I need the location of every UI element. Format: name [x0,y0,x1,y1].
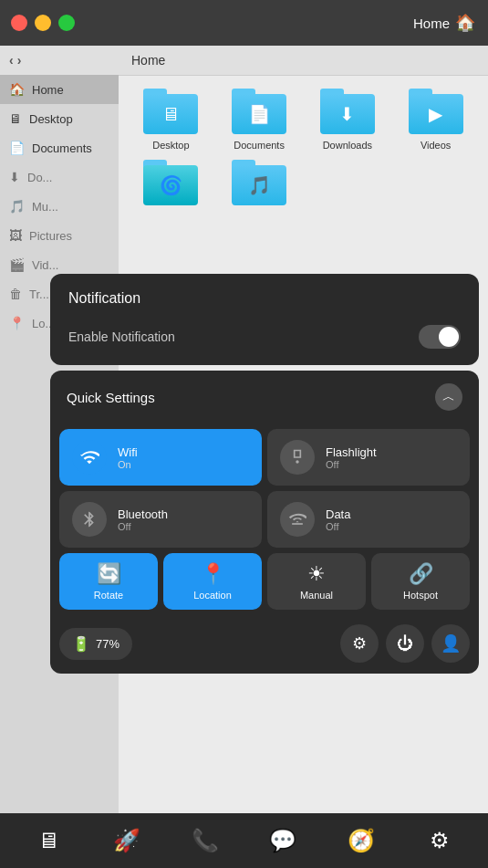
battery-icon: 🔋 [72,635,90,653]
qs-header: Quick Settings ︿ [50,371,479,424]
flashlight-sub: Off [326,459,377,470]
bluetooth-text: Bluetooth Off [118,507,168,532]
dock-item-settings[interactable]: ⚙ [421,821,459,860]
dock-item-compass[interactable]: 🧭 [342,821,380,860]
flashlight-label: Flashlight [326,445,377,459]
enable-notification-label: Enable Notification [68,329,175,344]
wifi-sub: On [118,459,138,470]
location-label: Location [193,590,232,601]
sidebar-label-home: Home [32,83,64,97]
file-item-music[interactable]: 🎵 [220,160,299,211]
minimize-button[interactable] [35,15,51,31]
home-sidebar-icon: 🏠 [9,82,25,97]
hotspot-label: Hotspot [403,590,438,601]
documents-sidebar-icon: 📄 [9,141,25,155]
qs-tile-manual[interactable]: ☀ Manual [267,553,366,610]
notification-row: Enable Notification [68,325,461,349]
dock-item-messages[interactable]: 💬 [264,821,302,860]
wifi-label: Wifi [118,445,138,459]
file-item-downloads[interactable]: ⬇ Downloads [308,89,388,151]
folder-icon-documents: 📄 [232,89,286,134]
file-item-videos[interactable]: ▶ Videos [396,89,475,151]
qs-title: Quick Settings [67,390,155,405]
rotate-label: Rotate [94,590,123,601]
file-grid: 🖥 Desktop 📄 Documents [119,76,488,224]
file-label-videos: Videos [421,140,451,151]
wifi-text: Wifi On [118,445,138,470]
qs-action-bar: 🔋 77% ⚙ ⏻ 👤 [50,619,479,674]
qs-tile-rotate[interactable]: 🔄 Rotate [59,553,158,610]
settings-action-button[interactable]: ⚙ [340,624,379,663]
wifi-icon [72,440,107,475]
flashlight-icon [280,440,315,475]
music-sidebar-icon: 🎵 [9,199,25,214]
window-title: Home 🏠 [413,13,475,33]
sidebar-label-trash: Tr... [29,288,49,301]
bluetooth-icon [72,502,107,537]
qs-small-grid: 🔄 Rotate 📍 Location ☀ Manual 🔗 Hotspot [50,553,479,619]
qs-tile-wifi[interactable]: Wifi On [59,429,262,486]
location-icon: 📍 [201,562,225,586]
file-label-desktop: Desktop [152,140,189,151]
back-button[interactable]: ‹ [9,53,14,68]
data-text: Data Off [326,507,350,532]
flashlight-text: Flashlight Off [326,445,377,470]
data-sub: Off [326,521,350,532]
title-label: Home [413,16,450,31]
maximize-button[interactable] [58,15,75,31]
downloads-sidebar-icon: ⬇ [9,170,20,184]
qs-tile-flashlight[interactable]: Flashlight Off [267,429,470,486]
folder-icon-downloads: ⬇ [320,89,375,134]
bluetooth-sub: Off [118,521,168,532]
qs-main-grid: Wifi On Flashlight Off [50,424,479,553]
dock: 🖥 🚀 📞 💬 🧭 ⚙ [0,813,488,868]
file-item-documents[interactable]: 📄 Documents [220,89,299,151]
battery-percent: 77% [96,637,119,651]
pictures-sidebar-icon: 🖼 [9,228,22,243]
sidebar-label-music: Mu... [32,200,58,214]
sidebar-item-home[interactable]: 🏠 Home [0,75,119,104]
window-controls [11,15,75,31]
qs-tile-location[interactable]: 📍 Location [163,553,262,610]
sidebar-item-music[interactable]: 🎵 Mu... [0,192,119,221]
qs-tile-hotspot[interactable]: 🔗 Hotspot [371,553,470,610]
qs-tile-data[interactable]: Data Off [267,491,470,548]
close-button[interactable] [11,15,27,31]
file-item-folder5[interactable]: 🌀 [131,160,211,211]
sidebar-label-downloads: Do... [27,171,52,184]
folder-icon-music: 🎵 [232,160,286,205]
file-label-downloads: Downloads [323,140,372,151]
user-action-button[interactable]: 👤 [431,624,470,663]
data-icon [280,502,315,537]
sidebar-item-pictures[interactable]: 🖼 Pictures [0,221,119,250]
forward-button[interactable]: › [17,53,22,68]
notification-title: Notification [68,290,461,307]
title-bar: Home 🏠 [0,0,488,46]
sidebar-label-desktop: Desktop [29,112,73,126]
home-icon: 🏠 [455,13,475,33]
sidebar-item-desktop[interactable]: 🖥 Desktop [0,104,119,133]
folder-icon-folder5: 🌀 [143,160,198,205]
qs-tile-bluetooth[interactable]: Bluetooth Off [59,491,262,548]
dock-item-rocket[interactable]: 🚀 [108,821,146,860]
toggle-knob [439,327,459,347]
power-action-button[interactable]: ⏻ [386,624,424,663]
folder-icon-desktop: 🖥 [143,89,198,134]
data-label: Data [326,507,350,521]
file-item-desktop[interactable]: 🖥 Desktop [131,89,211,151]
file-area-header: Home [119,46,488,76]
folder-icon-videos: ▶ [409,89,463,134]
dock-item-phone[interactable]: 📞 [186,821,224,860]
quick-settings-panel: Quick Settings ︿ Wifi On [50,371,479,674]
dock-item-finder[interactable]: 🖥 [29,821,67,860]
sidebar-label-documents: Documents [32,141,92,155]
sidebar-item-downloads[interactable]: ⬇ Do... [0,162,119,192]
battery-indicator: 🔋 77% [59,628,132,660]
manual-label: Manual [300,590,333,601]
bluetooth-label: Bluetooth [118,507,168,521]
enable-notification-toggle[interactable] [419,325,461,349]
sidebar-item-documents[interactable]: 📄 Documents [0,133,119,162]
qs-chevron-button[interactable]: ︿ [435,383,462,411]
hotspot-icon: 🔗 [409,562,433,586]
sidebar-label-pictures: Pictures [29,229,72,243]
